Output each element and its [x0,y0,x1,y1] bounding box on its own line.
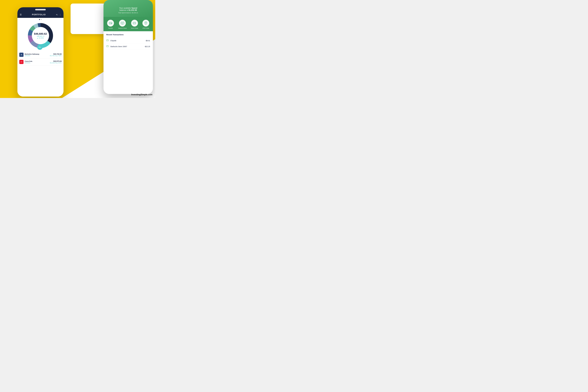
dot-inactive [41,19,42,20]
stock-info-cocacola: Coca-Cola 25%/25% [25,60,50,64]
donut-total-value: $46,680.62 [34,32,47,35]
action-buttons-row: Transfer Deposit Check [104,17,153,31]
transaction-name-chipotle: Chipotle [110,40,145,42]
stock-item-berkshire[interactable]: M Berkshire Hathaway 26%/25% $10,722.84 … [19,51,62,58]
more-icon[interactable]: ⋮ [59,14,61,16]
send-check-icon [131,20,138,26]
dot-active [39,19,40,20]
deposit-check-label: Deposit Check [118,28,127,29]
transaction-item-starbucks[interactable]: Starbucks Store 15007 -$22.25 [106,44,150,50]
site-credit: InvestingSimple.com [131,94,152,96]
deposit-check-svg-icon [121,22,124,25]
stock-right-berkshire: $10,722.84 +$1,756.21 7.89% [50,53,62,56]
svg-rect-18 [133,22,136,24]
donut-gain-value: +$5,825.72 [34,35,47,37]
stock-list: M Berkshire Hathaway 26%/25% $10,722.84 … [18,51,64,66]
stock-item-cocacola[interactable]: KO Coca-Cola 25%/25% $10,573.04 +$1,201.… [19,58,62,66]
hamburger-icon[interactable]: ☰ [20,14,22,16]
transfer-svg-icon [109,22,112,24]
all-filter-button[interactable]: ALL [37,44,43,50]
stock-name-cocacola: Coca-Cola [25,60,50,62]
send-check-svg-icon [133,22,136,24]
starbucks-icon-svg [106,45,109,47]
stock-price-berkshire: $10,722.84 [50,53,62,55]
left-phone: ☰ PORTFOLIO ≡↓ ⋮ ALL [18,7,64,96]
deposit-check-action[interactable]: Deposit Check [118,20,127,29]
stock-change-cocacola: +$1,201.67 9.24% [50,62,62,64]
svg-rect-23 [106,40,109,41]
stock-right-cocacola: $10,573.04 +$1,201.67 9.24% [50,60,62,64]
transaction-amount-chipotle: -$8.91 [145,40,150,42]
send-check-label: Send Check [131,28,138,29]
banking-subtitle: Your available Spend balance is $1,032.9… [107,7,150,11]
atm-finder-label: ATM Finder [143,28,149,29]
stock-allocation-cocacola: 25%/25% [25,62,50,64]
atm-finder-icon [142,20,149,26]
phone-notch [35,9,46,10]
left-phone-inner: ☰ PORTFOLIO ≡↓ ⋮ ALL [18,7,64,96]
transaction-icon-starbucks [106,45,109,48]
stock-allocation-berkshire: 26%/25% [25,55,50,56]
stock-info-berkshire: Berkshire Hathaway 26%/25% [25,53,50,56]
stock-change-berkshire: +$1,756.21 7.89% [50,55,62,56]
up-arrow-icon [37,38,38,38]
svg-point-22 [145,22,146,23]
stock-logo-cocacola: KO [19,60,24,64]
right-phone: Your available Spend balance is $1,032.9… [104,0,153,94]
transaction-item-chipotle[interactable]: Chipotle -$8.91 [106,38,150,44]
stock-logo-berkshire: M [19,53,24,57]
transaction-name-starbucks: Starbucks Store 15007 [110,46,145,48]
donut-gain-percent: 10.26% [34,37,47,39]
svg-rect-25 [106,46,109,47]
transfer-action[interactable]: Transfer [107,20,114,29]
deposit-check-icon [119,20,126,26]
send-check-action[interactable]: Send Check [131,20,138,29]
banking-header: Your available Spend balance is $1,032.9… [104,0,153,17]
donut-chart-container: ALL [18,21,64,51]
transactions-title: Recent Transactions [106,34,150,36]
atm-finder-action[interactable]: ATM Finder [142,20,149,29]
stock-price-cocacola: $10,573.04 [50,60,62,62]
portfolio-header-icons: ≡↓ ⋮ [56,14,61,16]
transfer-label: Transfer [108,28,113,29]
pagination-dots [18,18,64,21]
transaction-amount-starbucks: -$22.25 [145,46,150,48]
stock-name-berkshire: Berkshire Hathaway [25,53,50,55]
transfer-icon [107,20,114,26]
atm-finder-svg-icon [144,22,147,25]
sort-icon[interactable]: ≡↓ [56,14,58,16]
transactions-section: Recent Transactions Chipotle -$8.91 [104,31,153,52]
portfolio-title: PORTFOLIO [32,14,46,16]
up-arrow-icon-cocacola [57,62,57,63]
banking-total-label: Total Spend balance: $3,333.21 [107,12,150,14]
chipotle-icon-svg [106,39,109,41]
up-arrow-icon-berkshire [57,56,57,56]
transaction-icon-chipotle [106,39,109,42]
donut-center-values: $46,680.62 +$5,825.72 10.26% [34,32,47,39]
